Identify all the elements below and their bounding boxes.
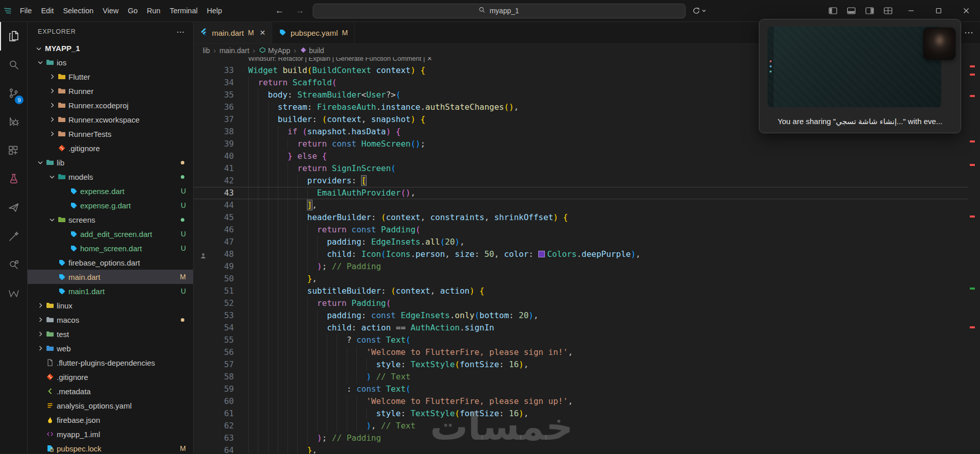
activity-windsurf-icon[interactable] bbox=[0, 279, 27, 308]
layout-sidebar-left-icon[interactable] bbox=[824, 7, 842, 15]
chevron-right-icon[interactable] bbox=[47, 87, 57, 95]
tree-item-.gitignore[interactable]: .gitignore bbox=[28, 370, 193, 384]
code-line-59[interactable]: 59: const Text( bbox=[194, 383, 968, 395]
screen-share-popup[interactable]: You are sharing "إنشاء شاشة تسجي..." wit… bbox=[759, 19, 961, 133]
breadcrumb-item-lib[interactable]: lib bbox=[203, 46, 210, 55]
breadcrumb-item-MyApp[interactable]: MyApp bbox=[259, 46, 291, 55]
tree-item-firebase_options.dart[interactable]: firebase_options.dart bbox=[28, 255, 193, 270]
line-number-gutter[interactable]: 57 bbox=[194, 359, 248, 371]
chevron-down-icon[interactable] bbox=[47, 216, 57, 224]
tree-item-web[interactable]: web bbox=[28, 341, 193, 355]
tree-item-screens[interactable]: screens bbox=[28, 212, 193, 227]
line-number-gutter[interactable]: 62 bbox=[194, 420, 248, 432]
chevron-right-icon[interactable] bbox=[36, 301, 45, 309]
overview-ruler[interactable] bbox=[968, 57, 980, 453]
tree-root-myapp_1[interactable]: MYAPP_1 bbox=[28, 41, 193, 55]
code-line-62[interactable]: 62), // Text bbox=[194, 420, 968, 432]
breadcrumb-item-main.dart[interactable]: main.dart bbox=[220, 46, 249, 55]
chevron-right-icon[interactable] bbox=[36, 330, 45, 338]
line-number-gutter[interactable]: 42 bbox=[194, 175, 248, 187]
tree-item-Runner.xcworkspace[interactable]: Runner.xcworkspace bbox=[28, 112, 193, 127]
tree-item-main.dart[interactable]: main.dartM bbox=[28, 270, 193, 284]
sync-icon[interactable] bbox=[690, 7, 708, 15]
code-line-55[interactable]: 55? const Text( bbox=[194, 334, 968, 346]
line-number-gutter[interactable]: 45 bbox=[194, 211, 248, 224]
tree-item-test[interactable]: test bbox=[28, 327, 193, 341]
line-number-gutter[interactable]: 33 bbox=[194, 64, 248, 77]
line-number-gutter[interactable]: 63 bbox=[194, 432, 248, 444]
code-line-42[interactable]: 42providers: [ bbox=[194, 175, 968, 187]
line-number-gutter[interactable]: 59 bbox=[194, 383, 248, 395]
chevron-down-icon[interactable] bbox=[36, 158, 45, 166]
menu-file[interactable]: File bbox=[15, 4, 36, 18]
line-number-gutter[interactable]: 44 bbox=[194, 199, 248, 211]
line-number-gutter[interactable]: 55 bbox=[194, 334, 248, 346]
layout-sidebar-right-icon[interactable] bbox=[861, 7, 879, 15]
code-line-64[interactable]: 64}, bbox=[194, 444, 968, 453]
forward-arrow-icon[interactable]: → bbox=[292, 5, 308, 17]
command-center-search[interactable]: myapp_1 bbox=[313, 4, 685, 18]
code-line-43[interactable]: 43EmailAuthProvider(), bbox=[194, 187, 968, 199]
line-number-gutter[interactable]: 41 bbox=[194, 162, 248, 175]
chevron-down-icon[interactable] bbox=[47, 173, 57, 181]
explorer-more-actions-icon[interactable]: ⋯ bbox=[176, 27, 185, 37]
line-number-gutter[interactable]: 56 bbox=[194, 346, 248, 359]
close-icon[interactable]: ✕ bbox=[259, 29, 266, 37]
line-number-gutter[interactable]: 34 bbox=[194, 77, 248, 89]
code-line-60[interactable]: 60'Welcome to FlutterFire, please sign u… bbox=[194, 395, 968, 408]
menu-help[interactable]: Help bbox=[202, 4, 227, 18]
activity-testing-icon[interactable] bbox=[0, 165, 27, 194]
code-line-46[interactable]: 46return const Padding( bbox=[194, 224, 968, 236]
activity-wand-icon[interactable] bbox=[0, 222, 27, 251]
code-line-49[interactable]: 49); // Padding bbox=[194, 260, 968, 273]
code-line-51[interactable]: 51subtitleBuilder: (context, action) { bbox=[194, 285, 968, 297]
line-number-gutter[interactable]: 36 bbox=[194, 101, 248, 113]
code-line-57[interactable]: 57style: TextStyle(fontSize: 16), bbox=[194, 359, 968, 371]
tree-item-Runner.xcodeproj[interactable]: Runner.xcodeproj bbox=[28, 98, 193, 112]
line-number-gutter[interactable]: 39 bbox=[194, 138, 248, 150]
back-arrow-icon[interactable]: ← bbox=[272, 5, 288, 17]
activity-run-debug-icon[interactable] bbox=[0, 108, 27, 136]
tree-item-.metadata[interactable]: .metadata bbox=[28, 384, 193, 398]
menu-view[interactable]: View bbox=[98, 4, 123, 18]
line-number-gutter[interactable]: 35 bbox=[194, 89, 248, 101]
code-line-39[interactable]: 39return const HomeScreen(); bbox=[194, 138, 968, 150]
line-number-gutter[interactable]: 43 bbox=[194, 187, 248, 199]
activity-paper-plane-icon[interactable] bbox=[0, 194, 27, 222]
tree-item-RunnerTests[interactable]: RunnerTests bbox=[28, 127, 193, 141]
line-number-gutter[interactable]: 51 bbox=[194, 285, 248, 297]
menu-edit[interactable]: Edit bbox=[36, 4, 58, 18]
line-number-gutter[interactable]: 54 bbox=[194, 322, 248, 334]
chevron-right-icon[interactable] bbox=[36, 316, 45, 324]
line-number-gutter[interactable]: 60 bbox=[194, 395, 248, 408]
editor-more-actions-icon[interactable]: ⋯ bbox=[958, 27, 980, 38]
tree-item-expense.g.dart[interactable]: expense.g.dartU bbox=[28, 198, 193, 212]
line-number-gutter[interactable]: 64 bbox=[194, 444, 248, 453]
code-line-44[interactable]: 44], bbox=[194, 199, 968, 211]
code-line-48[interactable]: 48child: Icon(Icons.person, size: 50, co… bbox=[194, 248, 968, 260]
line-number-gutter[interactable]: 37 bbox=[194, 113, 248, 126]
code-line-56[interactable]: 56'Welcome to FlutterFire, please sign i… bbox=[194, 346, 968, 359]
chevron-right-icon[interactable] bbox=[47, 130, 57, 138]
tree-item-.gitignore[interactable]: .gitignore bbox=[28, 141, 193, 155]
code-line-52[interactable]: 52return Padding( bbox=[194, 297, 968, 309]
activity-source-control-icon[interactable]: 9 bbox=[0, 79, 27, 108]
menu-run[interactable]: Run bbox=[142, 4, 165, 18]
tree-item-pubspec.lock[interactable]: pubspec.lockM bbox=[28, 441, 193, 453]
chevron-right-icon[interactable] bbox=[36, 344, 45, 352]
breadcrumb-item-build[interactable]: build bbox=[300, 46, 324, 55]
activity-explorer-icon[interactable] bbox=[0, 22, 27, 51]
code-line-53[interactable]: 53padding: const EdgeInsets.only(bottom:… bbox=[194, 309, 968, 322]
line-number-gutter[interactable]: 61 bbox=[194, 408, 248, 420]
line-number-gutter[interactable]: 50 bbox=[194, 273, 248, 285]
tree-item-analysis_options.yaml[interactable]: analysis_options.yaml bbox=[28, 398, 193, 413]
customize-layout-icon[interactable] bbox=[879, 7, 897, 15]
tree-item-firebase.json[interactable]: firebase.json bbox=[28, 413, 193, 427]
activity-extensions-icon[interactable] bbox=[0, 136, 27, 165]
camera-tile[interactable] bbox=[923, 28, 955, 60]
tree-item-models[interactable]: models bbox=[28, 170, 193, 184]
tree-item-linux[interactable]: linux bbox=[28, 298, 193, 313]
tree-item-ios[interactable]: ios bbox=[28, 55, 193, 69]
layout-panel-icon[interactable] bbox=[842, 7, 861, 15]
code-line-40[interactable]: 40} else { bbox=[194, 150, 968, 162]
